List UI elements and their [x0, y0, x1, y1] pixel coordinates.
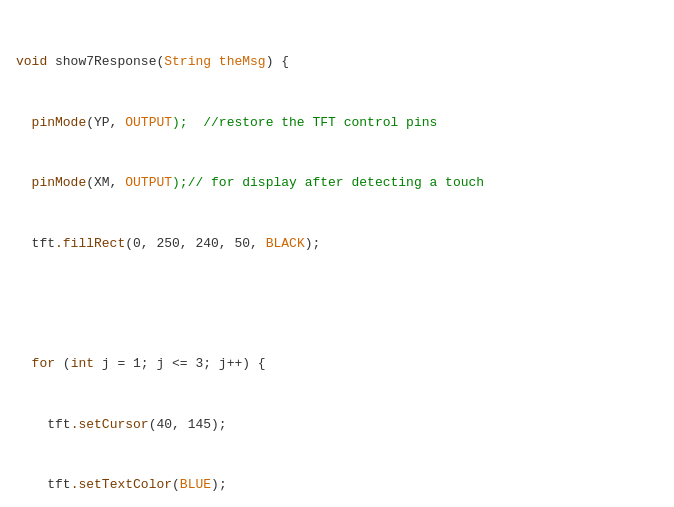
- constant: BLACK: [266, 236, 305, 251]
- code-line: [16, 294, 658, 314]
- function-call: pinMode: [32, 175, 87, 190]
- code-line: pinMode(YP, OUTPUT); //restore the TFT c…: [16, 113, 658, 133]
- keyword: for: [32, 356, 55, 371]
- keyword: int: [71, 356, 94, 371]
- constant: BLUE: [180, 477, 211, 492]
- code-line: for (int j = 1; j <= 3; j++) {: [16, 354, 658, 374]
- method-call: .setTextColor: [71, 477, 172, 492]
- comment: );// for display after detecting a touch: [172, 175, 484, 190]
- constant: OUTPUT: [125, 175, 172, 190]
- keyword: void: [16, 54, 55, 69]
- method-call: .setCursor: [71, 417, 149, 432]
- parameter: theMsg: [219, 54, 266, 69]
- method-call: .fillRect: [55, 236, 125, 251]
- function-name: show7Response: [55, 54, 156, 69]
- code-line: tft.setCursor(40, 145);: [16, 415, 658, 435]
- constant: OUTPUT: [125, 115, 172, 130]
- function-call: pinMode: [32, 115, 87, 130]
- type-keyword: String: [164, 54, 219, 69]
- code-line: tft.setTextColor(BLUE);: [16, 475, 658, 495]
- code-line: pinMode(XM, OUTPUT);// for display after…: [16, 173, 658, 193]
- code-line: void show7Response(String theMsg) {: [16, 52, 658, 72]
- code-editor: void show7Response(String theMsg) { pinM…: [16, 12, 658, 507]
- comment: ); //restore the TFT control pins: [172, 115, 437, 130]
- code-line: tft.fillRect(0, 250, 240, 50, BLACK);: [16, 234, 658, 254]
